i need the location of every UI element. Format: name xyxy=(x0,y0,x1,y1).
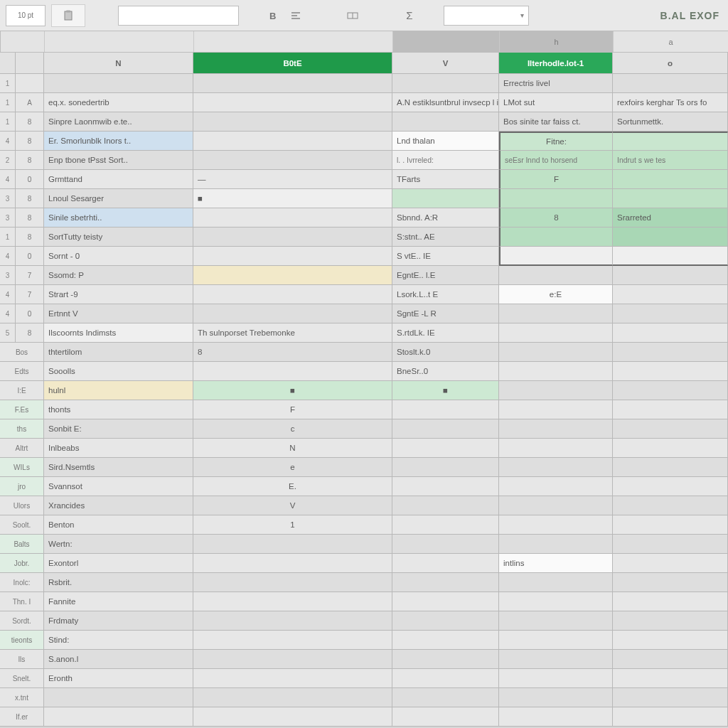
cell[interactable]: Eronth xyxy=(44,669,193,688)
cell[interactable]: LMot sut xyxy=(499,93,613,112)
cell[interactable] xyxy=(193,554,392,573)
row-gutter[interactable]: Balts xyxy=(0,535,44,554)
row-gutter[interactable]: Ulors xyxy=(0,496,44,515)
col-letter-4[interactable]: h xyxy=(500,31,614,52)
row-number[interactable]: 2 xyxy=(0,151,16,170)
cell[interactable] xyxy=(613,266,728,285)
paste-icon[interactable] xyxy=(60,7,77,24)
cell[interactable]: V xyxy=(193,496,392,515)
row-gutter[interactable]: Thn. I xyxy=(0,592,44,611)
row-sublabel[interactable]: 0 xyxy=(16,247,44,266)
cell[interactable]: Xrancides xyxy=(44,496,193,515)
cell[interactable]: Frdmaty xyxy=(44,611,193,631)
bold-icon[interactable]: B xyxy=(264,7,282,24)
cell[interactable] xyxy=(392,458,499,477)
cell[interactable] xyxy=(193,362,392,381)
cell[interactable]: Bos sinite tar faiss ct. xyxy=(499,112,613,132)
cell[interactable] xyxy=(499,477,613,496)
row-gutter[interactable]: Jobr. xyxy=(0,554,44,573)
row-sublabel[interactable]: 8 xyxy=(16,189,44,208)
row-gutter[interactable]: Altrt xyxy=(0,439,44,458)
cell[interactable]: Stind: xyxy=(44,631,193,650)
col-letter-5[interactable]: a xyxy=(614,31,728,52)
cell[interactable]: Ssomd: P xyxy=(44,266,193,285)
cell[interactable]: EgntE.. l.E xyxy=(392,266,499,285)
row-number[interactable]: 3 xyxy=(0,266,16,285)
row-sublabel[interactable]: 8 xyxy=(16,323,44,343)
cell[interactable]: e:E xyxy=(499,285,613,304)
cell[interactable] xyxy=(613,304,728,323)
cell[interactable] xyxy=(392,688,499,707)
row-number[interactable]: 4 xyxy=(0,132,16,151)
row-sublabel[interactable]: 0 xyxy=(16,304,44,323)
cell[interactable] xyxy=(613,515,728,535)
cell[interactable]: 1 xyxy=(193,515,392,535)
cell[interactable]: Ilscoornts Indimsts xyxy=(44,323,193,343)
cell[interactable] xyxy=(499,400,613,419)
cell[interactable] xyxy=(193,228,392,247)
cell[interactable]: Errectris livel xyxy=(499,74,613,93)
cell[interactable]: Sbnnd. A:R xyxy=(392,208,499,228)
row-sublabel[interactable]: 8 xyxy=(16,151,44,170)
font-family-selector[interactable] xyxy=(118,6,239,26)
row-gutter[interactable]: I:E xyxy=(0,381,44,400)
cell[interactable]: Th sulnporset Trebemonke xyxy=(193,323,392,343)
cell[interactable]: S.anon.l xyxy=(44,650,193,669)
row-number[interactable]: 1 xyxy=(0,93,16,112)
cell[interactable] xyxy=(499,266,613,285)
cell[interactable] xyxy=(613,189,728,208)
cell[interactable] xyxy=(392,535,499,554)
row-sublabel[interactable]: 7 xyxy=(16,266,44,285)
cell[interactable] xyxy=(193,285,392,304)
cell[interactable] xyxy=(193,650,392,669)
row-sublabel[interactable]: 0 xyxy=(16,170,44,189)
cell[interactable]: Lnd thalan xyxy=(392,132,499,151)
cell[interactable] xyxy=(613,362,728,381)
row-number[interactable]: 4 xyxy=(0,247,16,266)
merge-icon[interactable] xyxy=(344,7,361,24)
cell[interactable]: Sonbit E: xyxy=(44,419,193,439)
cell[interactable]: 8 xyxy=(499,208,613,228)
cell[interactable] xyxy=(392,707,499,727)
cell[interactable] xyxy=(44,688,193,707)
col-header-B[interactable]: B0tE xyxy=(193,53,392,74)
cell[interactable] xyxy=(613,74,728,93)
cell[interactable]: rexfoirs kerghar Ts ors fo xyxy=(613,93,728,112)
cell[interactable] xyxy=(193,611,392,631)
cell[interactable] xyxy=(392,419,499,439)
cell[interactable]: TFarts xyxy=(392,170,499,189)
cell[interactable]: Grmttand xyxy=(44,170,193,189)
cell[interactable] xyxy=(499,592,613,611)
cell[interactable]: Benton xyxy=(44,515,193,535)
cell[interactable]: thonts xyxy=(44,400,193,419)
cell[interactable]: seEsr lnnd to horsend xyxy=(499,151,613,170)
cell[interactable]: SgntE -L R xyxy=(392,304,499,323)
cell[interactable] xyxy=(613,554,728,573)
cell[interactable]: Svannsot xyxy=(44,477,193,496)
number-format-dropdown[interactable]: ▾ xyxy=(444,6,529,26)
cell[interactable] xyxy=(499,228,613,247)
cell[interactable]: Lnoul Sesarger xyxy=(44,189,193,208)
cell[interactable] xyxy=(499,458,613,477)
font-size-selector[interactable]: 10 pt xyxy=(6,5,46,26)
row-sublabel[interactable]: 8 xyxy=(16,132,44,151)
cell[interactable] xyxy=(193,208,392,228)
cell[interactable]: Fitne: xyxy=(499,132,613,151)
sum-icon[interactable]: Σ xyxy=(401,7,418,24)
row-sublabel[interactable]: A xyxy=(16,93,44,112)
cell[interactable]: SortTutty teisty xyxy=(44,228,193,247)
col-header-C[interactable]: V xyxy=(392,53,499,74)
cell[interactable] xyxy=(193,266,392,285)
cell[interactable]: Srarreted xyxy=(613,208,728,228)
row-sublabel[interactable]: 7 xyxy=(16,285,44,304)
cell[interactable] xyxy=(392,592,499,611)
row-number[interactable]: 5 xyxy=(0,323,16,343)
cell[interactable] xyxy=(392,515,499,535)
row-sublabel[interactable]: 8 xyxy=(16,228,44,247)
cell[interactable] xyxy=(613,611,728,631)
cell[interactable]: Exontorl xyxy=(44,554,193,573)
cell[interactable] xyxy=(499,688,613,707)
cell[interactable]: S.rtdLk. IE xyxy=(392,323,499,343)
cell[interactable] xyxy=(392,477,499,496)
cell[interactable]: A.N estiklsuntbrul invsecp l it til xyxy=(392,93,499,112)
